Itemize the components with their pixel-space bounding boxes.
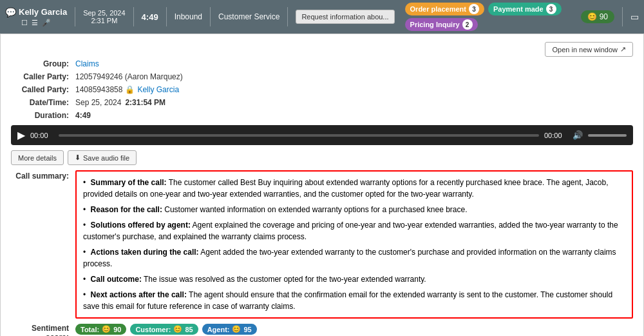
call-department: Customer Service xyxy=(218,12,279,21)
audio-player: ▶ 00:00 00:00 🔊 xyxy=(11,125,633,145)
audio-total-time: 00:00 xyxy=(544,132,567,139)
customer-icon: 😊 xyxy=(173,325,182,333)
open-new-window-button[interactable]: Open in new window ↗ xyxy=(545,42,633,57)
customer-label: Customer: xyxy=(135,326,171,333)
agent-value: 95 xyxy=(243,326,251,333)
sentiment-value-top: 90 xyxy=(600,12,608,21)
volume-bar[interactable] xyxy=(588,134,627,137)
total-sentiment-badge: Total: 😊 90 xyxy=(75,324,126,335)
caller-label: Caller Party: xyxy=(11,72,75,81)
sentiment-label: Sentiment score: xyxy=(11,324,75,336)
datetime-date: Sep 25, 2024 xyxy=(75,98,121,107)
summary-label-2: Reason for the call: xyxy=(91,205,162,214)
total-value: 90 xyxy=(113,326,121,333)
save-audio-button[interactable]: ⬇ Save audio file xyxy=(68,150,137,165)
order-placement-count: 3 xyxy=(469,4,479,14)
total-label: Total: xyxy=(80,326,99,333)
play-button[interactable]: ▶ xyxy=(17,129,25,141)
duration-row: Duration: 4:49 xyxy=(11,111,633,120)
group-value[interactable]: Claims xyxy=(75,59,99,68)
pricing-inquiry-badge[interactable]: Pricing Inquiry 2 xyxy=(405,18,478,31)
duration-label: Duration: xyxy=(11,111,75,120)
summary-text-5: The issue was resolved as the customer o… xyxy=(144,275,426,284)
order-placement-label: Order placement xyxy=(410,5,466,13)
sentiment-row: Sentiment score: Total: 😊 90 Customer: 😊… xyxy=(11,324,633,336)
call-duration: 4:49 xyxy=(142,12,158,22)
summary-label-6: Next actions after the call: xyxy=(91,290,187,299)
payment-made-label: Payment made xyxy=(493,5,544,13)
sentiment-badges: Total: 😊 90 Customer: 😊 85 Agent: 😊 95 xyxy=(75,324,257,335)
payment-made-count: 3 xyxy=(546,4,556,14)
summary-label-3: Solutions offered by agent: xyxy=(91,221,191,230)
summary-label-5: Call outcome: xyxy=(91,275,142,284)
group-label: Group: xyxy=(11,59,75,68)
order-placement-badge[interactable]: Order placement 3 xyxy=(405,3,484,15)
audio-current-time: 00:00 xyxy=(30,132,53,139)
summary-label-1: Summary of the call: xyxy=(91,178,167,187)
total-icon: 😊 xyxy=(102,325,111,333)
call-summary-content: • Summary of the call: The customer call… xyxy=(75,170,633,319)
agent-label: Agent: xyxy=(207,326,230,333)
called-label: Called Party: xyxy=(11,85,75,94)
action-buttons: More details ⬇ Save audio file xyxy=(11,150,633,165)
open-new-window-label: Open in new window xyxy=(552,46,618,54)
summary-item-1: • Summary of the call: The customer call… xyxy=(83,177,625,200)
checkbox-icon: ☐ xyxy=(21,19,28,27)
download-icon: ⬇ xyxy=(75,153,80,162)
call-direction: Inbound xyxy=(175,12,202,21)
call-date: Sep 25, 2024 xyxy=(83,9,125,17)
call-summary-label: Call summary: xyxy=(11,170,75,181)
pricing-inquiry-label: Pricing Inquiry xyxy=(410,21,460,28)
summary-item-5: • Call outcome: The issue was resolved a… xyxy=(83,273,625,285)
called-party-row: Called Party: 14085943858 🔒 Kelly Garcia xyxy=(11,85,633,94)
payment-made-badge[interactable]: Payment made 3 xyxy=(488,3,562,15)
called-number: 14085943858 xyxy=(75,85,122,94)
duration-value: 4:49 xyxy=(75,111,91,120)
agent-icon: 😊 xyxy=(232,325,241,333)
volume-icon[interactable]: 🔊 xyxy=(573,130,583,140)
mic-icon: 🎤 xyxy=(42,19,51,27)
main-content: Open in new window ↗ Group: Claims Calle… xyxy=(0,34,644,336)
group-row: Group: Claims xyxy=(11,59,633,68)
chat-icon: 💬 xyxy=(5,7,16,17)
summary-item-6: • Next actions after the call: The agent… xyxy=(83,289,625,312)
agent-sentiment-badge: Agent: 😊 95 xyxy=(202,324,257,335)
summary-item-4: • Actions taken during the call: Agent a… xyxy=(83,246,625,270)
external-link-icon: ↗ xyxy=(620,45,626,54)
sentiment-score-top: 😊 90 xyxy=(581,10,614,23)
datetime-label: Date/Time: xyxy=(11,98,75,107)
datetime-time: 2:31:54 PM xyxy=(125,98,166,107)
caller-value: 12057949246 (Aaron Marquez) xyxy=(75,72,183,81)
minimize-icon[interactable]: ▭ xyxy=(630,12,639,22)
call-time: 2:31 PM xyxy=(91,17,117,25)
customer-value: 85 xyxy=(185,326,193,333)
summary-label-4: Actions taken during the call: xyxy=(91,248,199,257)
datetime-row: Date/Time: Sep 25, 2024 2:31:54 PM xyxy=(11,98,633,107)
sentiment-icon-top: 😊 xyxy=(587,12,597,21)
save-audio-label: Save audio file xyxy=(83,154,129,162)
more-details-button[interactable]: More details xyxy=(11,150,64,165)
pricing-inquiry-count: 2 xyxy=(462,19,473,30)
customer-sentiment-badge: Customer: 😊 85 xyxy=(130,324,198,335)
audio-progress-bar[interactable] xyxy=(59,134,539,137)
called-name[interactable]: Kelly Garcia xyxy=(137,85,179,94)
summary-item-2: • Reason for the call: Customer wanted i… xyxy=(83,204,625,215)
list-icon: ☰ xyxy=(32,19,38,27)
summary-text-2: Customer wanted information on extended … xyxy=(164,205,467,214)
top-bar: 💬 Kelly Garcia ☐ ☰ 🎤 Sep 25, 2024 2:31 P… xyxy=(0,0,644,34)
call-summary-row: Call summary: • Summary of the call: The… xyxy=(11,170,633,319)
agent-name: Kelly Garcia xyxy=(19,7,67,17)
request-info-button[interactable]: Request information abou... xyxy=(296,10,394,24)
caller-party-row: Caller Party: 12057949246 (Aaron Marquez… xyxy=(11,72,633,81)
summary-item-3: • Solutions offered by agent: Agent expl… xyxy=(83,219,625,242)
